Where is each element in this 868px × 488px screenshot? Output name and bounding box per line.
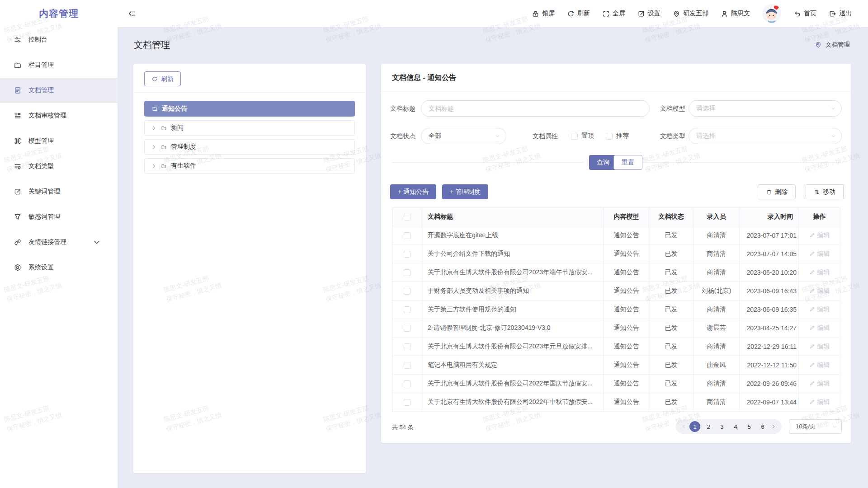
- table-row: 关于公司介绍文件下载的通知 通知公告 已发 商清清 2023-07-07 14:…: [392, 245, 840, 263]
- divider: [642, 162, 840, 163]
- edit-button[interactable]: 编辑: [809, 250, 830, 258]
- doc-status-cell: 已发: [649, 300, 693, 319]
- edit-button[interactable]: 编辑: [809, 398, 830, 406]
- undo-icon: [793, 10, 801, 18]
- sidebar-item-敏感词管理[interactable]: 敏感词管理: [0, 204, 118, 230]
- row-checkbox[interactable]: [404, 306, 410, 313]
- header-action-user[interactable]: 陈思文: [721, 9, 750, 18]
- breadcrumb: 文档管理: [815, 41, 850, 49]
- edit-button[interactable]: 编辑: [809, 380, 830, 388]
- doc-model-cell: 通知公告: [604, 356, 649, 375]
- doc-operator-cell: 商清清: [693, 263, 740, 282]
- header-action-fullscreen[interactable]: 全屏: [602, 9, 625, 18]
- sidebar-item-模型管理[interactable]: 模型管理: [0, 128, 118, 154]
- attr-top-checkbox[interactable]: 置顶: [571, 128, 594, 144]
- doc-title-input[interactable]: [421, 100, 650, 117]
- documents-table: 文档标题内容模型文档状态录入员录入时间操作 开源数字底座在gitee上线 通知公…: [392, 207, 840, 412]
- page-number-1[interactable]: 1: [689, 421, 700, 432]
- refresh-icon: [567, 10, 575, 18]
- header-action-home[interactable]: 首页: [793, 9, 816, 18]
- console-icon: [14, 36, 22, 44]
- search-button[interactable]: 查询: [589, 155, 617, 170]
- add-policy-button[interactable]: + 管理制度: [442, 184, 488, 199]
- document-icon: [14, 86, 22, 94]
- delete-button[interactable]: 删除: [758, 184, 796, 199]
- header-action-refresh[interactable]: 刷新: [567, 9, 590, 18]
- header-action-settings[interactable]: 设置: [637, 9, 660, 18]
- tree-node-有生软件[interactable]: 有生软件: [144, 158, 355, 174]
- edit-button[interactable]: 编辑: [809, 324, 830, 332]
- row-checkbox[interactable]: [404, 325, 410, 332]
- tree-node-新闻[interactable]: 新闻: [144, 120, 355, 136]
- edit-button[interactable]: 编辑: [809, 305, 830, 314]
- doc-time-cell: 2023-07-07 17:01: [740, 226, 799, 245]
- tree-refresh-button[interactable]: 刷新: [144, 71, 181, 86]
- doc-status-label: 文档状态: [390, 128, 415, 144]
- page-number-4[interactable]: 4: [730, 421, 741, 432]
- sidebar-item-文档审核管理[interactable]: 文档审核管理: [0, 103, 118, 128]
- row-checkbox[interactable]: [404, 343, 410, 350]
- edit-button[interactable]: 编辑: [809, 287, 830, 295]
- column-header-内容模型: 内容模型: [604, 208, 649, 226]
- pencil-icon: [809, 269, 815, 275]
- chevron-down-icon: [830, 133, 836, 139]
- row-checkbox[interactable]: [404, 251, 410, 258]
- edit-button[interactable]: 编辑: [809, 231, 830, 239]
- edit-button[interactable]: 编辑: [809, 268, 830, 277]
- tree-node-通知公告[interactable]: 通知公告: [144, 101, 355, 117]
- doc-model-cell: 通知公告: [604, 300, 649, 319]
- folder-icon: [161, 144, 167, 150]
- page-title: 文档管理: [134, 39, 170, 51]
- row-checkbox[interactable]: [404, 362, 410, 369]
- page-number-6[interactable]: 6: [757, 421, 768, 432]
- doc-title-cell: 开源数字底座在gitee上线: [422, 226, 604, 245]
- sidebar-item-文档类型[interactable]: 文档类型: [0, 154, 118, 179]
- user-avatar[interactable]: [762, 4, 781, 23]
- table-row: 关于北京有生博大软件股份有限公司2022年国庆节放假安... 通知公告 已发 商…: [392, 375, 840, 393]
- doc-title-cell: 关于北京有生博大软件股份有限公司2023年元旦放假安排...: [422, 338, 604, 356]
- doc-status-cell: 已发: [649, 319, 693, 338]
- doc-operator-cell: 谢晨芸: [693, 319, 740, 338]
- row-checkbox[interactable]: [404, 399, 410, 406]
- page-size-select[interactable]: 10条/页: [789, 419, 842, 434]
- doc-model-select[interactable]: 请选择: [689, 100, 842, 117]
- row-checkbox[interactable]: [404, 380, 410, 387]
- header-action-logout[interactable]: 退出: [829, 9, 852, 18]
- pencil-icon: [809, 380, 815, 386]
- next-page-icon[interactable]: [771, 424, 776, 429]
- page-number-3[interactable]: 3: [717, 421, 727, 432]
- category-tree-panel: 刷新 通知公告 新闻 管理制度 有生软件: [133, 64, 366, 473]
- row-checkbox[interactable]: [404, 269, 410, 276]
- edit-button[interactable]: 编辑: [809, 361, 830, 369]
- page-number-2[interactable]: 2: [703, 421, 714, 432]
- doc-title-cell: 关于第三方软件使用规范的通知: [422, 300, 604, 319]
- table-row: 开源数字底座在gitee上线 通知公告 已发 商清清 2023-07-07 17…: [392, 226, 840, 245]
- select-all-checkbox[interactable]: [404, 214, 410, 221]
- doc-model-cell: 通知公告: [604, 282, 649, 300]
- sidebar-item-控制台[interactable]: 控制台: [0, 27, 118, 52]
- lock-icon: [532, 10, 539, 18]
- add-notice-button[interactable]: + 通知公告: [390, 184, 436, 199]
- header-action-lock-screen[interactable]: 锁屏: [532, 9, 555, 18]
- sidebar-item-友情链接管理[interactable]: 友情链接管理: [0, 230, 118, 255]
- row-checkbox[interactable]: [404, 232, 410, 239]
- sidebar-item-文档管理[interactable]: 文档管理: [0, 78, 118, 103]
- page-number-5[interactable]: 5: [744, 421, 755, 432]
- pencil-icon: [809, 251, 815, 257]
- sidebar-item-系统设置[interactable]: 系统设置: [0, 255, 118, 280]
- doc-operator-cell: 商清清: [693, 375, 740, 393]
- sidebar-item-关键词管理[interactable]: 关键词管理: [0, 179, 118, 204]
- header-action-department[interactable]: 研发五部: [673, 9, 708, 18]
- doc-status-select[interactable]: 全部: [421, 128, 506, 144]
- row-checkbox[interactable]: [404, 288, 410, 295]
- tree-node-管理制度[interactable]: 管理制度: [144, 139, 355, 155]
- move-button[interactable]: 移动: [806, 184, 844, 199]
- menu-fold-icon[interactable]: [127, 9, 137, 18]
- column-header-文档状态: 文档状态: [649, 208, 693, 226]
- doc-type-select[interactable]: 请选择: [689, 128, 842, 144]
- sidebar-item-栏目管理[interactable]: 栏目管理: [0, 52, 118, 78]
- prev-page-icon[interactable]: [681, 424, 687, 429]
- edit-button[interactable]: 编辑: [809, 343, 830, 351]
- reset-button[interactable]: 重置: [613, 155, 642, 170]
- attr-recommend-checkbox[interactable]: 推荐: [606, 128, 629, 144]
